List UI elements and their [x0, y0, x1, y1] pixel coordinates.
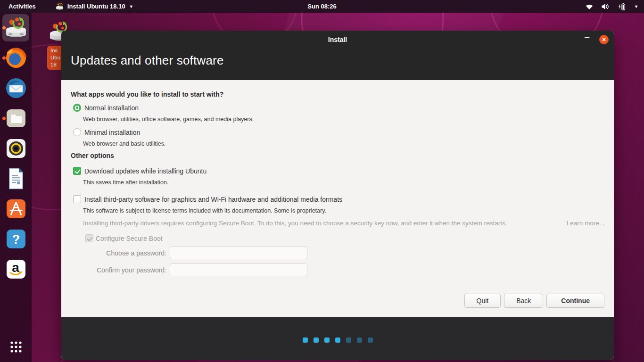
confirm-password-label: Confirm your password:	[71, 266, 170, 274]
action-buttons: Quit Back Continue	[71, 294, 604, 308]
installer-content: What apps would you like to install to s…	[61, 80, 614, 317]
secure-boot-note: Installing third-party drivers requires …	[83, 220, 507, 227]
svg-text:?: ?	[12, 232, 20, 247]
dock-item-thunderbird[interactable]	[0, 73, 32, 103]
minimal-installation-desc: Web browser and basic utilities.	[83, 140, 604, 147]
third-party-desc: This software is subject to license term…	[83, 207, 604, 214]
titlebar[interactable]: Install – ✕	[61, 31, 614, 49]
window-header: Install – ✕ Updates and other software	[61, 31, 614, 80]
normal-installation-radio[interactable]	[73, 104, 81, 112]
normal-installation-label: Normal installation	[84, 104, 139, 112]
learn-more-link[interactable]: Learn more...	[567, 220, 604, 227]
third-party-label: Install third-party software for graphic…	[84, 196, 342, 203]
volume-icon	[601, 3, 610, 10]
progress-dot	[357, 337, 362, 343]
show-applications-button[interactable]	[0, 332, 32, 362]
normal-installation-option[interactable]: Normal installation	[73, 104, 604, 112]
dock-item-ubuntu-software[interactable]	[0, 194, 32, 224]
installer-app-icon	[56, 2, 64, 10]
configure-secure-boot-label: Configure Secure Boot	[96, 235, 163, 242]
rhythmbox-icon	[5, 137, 27, 160]
top-bar: Activities Install Ubuntu 18.10 ▾ Sun 08…	[0, 0, 644, 13]
dock-item-files[interactable]	[0, 103, 32, 133]
progress-dots	[303, 337, 373, 343]
wifi-icon	[585, 3, 594, 10]
third-party-option[interactable]: Install third-party software for graphic…	[73, 195, 604, 203]
progress-dot	[335, 337, 340, 343]
normal-installation-desc: Web browser, utilities, office software,…	[83, 116, 604, 123]
confirm-password-input[interactable]	[170, 263, 307, 276]
app-menu-label: Install Ubuntu 18.10	[67, 3, 125, 10]
configure-secure-boot-option: Configure Secure Boot	[85, 234, 604, 242]
amazon-icon: a	[5, 258, 27, 280]
dock-item-help[interactable]: ?	[0, 224, 32, 254]
minimal-installation-option[interactable]: Minimal installation	[73, 128, 604, 136]
page-title: Updates and other software	[61, 49, 614, 68]
progress-dot	[314, 337, 319, 343]
battery-icon	[617, 3, 627, 10]
libreoffice-writer-icon	[5, 167, 27, 190]
chevron-down-icon: ▾	[635, 4, 637, 9]
close-button[interactable]: ✕	[599, 35, 609, 44]
help-icon: ?	[5, 228, 27, 250]
back-button[interactable]: Back	[504, 294, 543, 308]
progress-dot	[368, 337, 373, 343]
progress-dot	[346, 337, 351, 343]
choose-password-row: Choose a password:	[71, 247, 604, 259]
ubuntu-installer-icon	[5, 16, 27, 39]
dock-item-firefox[interactable]	[0, 43, 32, 73]
files-icon	[5, 107, 27, 130]
firefox-icon	[5, 47, 27, 69]
progress-dot	[303, 337, 308, 343]
continue-button[interactable]: Continue	[546, 294, 604, 308]
dock-item-ubuntu-installer[interactable]	[0, 13, 32, 43]
download-updates-checkbox[interactable]	[73, 167, 81, 175]
secure-boot-note-row: Installing third-party drivers requires …	[83, 220, 604, 227]
minimize-button[interactable]: –	[582, 32, 592, 42]
download-updates-option[interactable]: Download updates while installing Ubuntu	[73, 167, 604, 175]
window-footer	[61, 317, 614, 360]
third-party-checkbox[interactable]	[73, 195, 81, 203]
ubuntu-software-icon	[5, 197, 27, 220]
dock-spacer	[0, 284, 32, 332]
choose-password-label: Choose a password:	[71, 249, 170, 257]
app-menu[interactable]: Install Ubuntu 18.10 ▾	[56, 2, 132, 10]
apps-question-heading: What apps would you like to install to s…	[71, 90, 604, 98]
download-updates-desc: This saves time after installation.	[83, 179, 604, 186]
progress-dot	[324, 337, 330, 343]
configure-secure-boot-checkbox	[85, 234, 93, 242]
svg-text:a: a	[12, 260, 19, 275]
show-apps-grid-icon	[9, 340, 23, 354]
download-updates-label: Download updates while installing Ubuntu	[84, 167, 206, 175]
activities-button[interactable]: Activities	[7, 3, 38, 10]
choose-password-input[interactable]	[170, 247, 307, 259]
chevron-down-icon: ▾	[130, 4, 132, 9]
minimal-installation-radio[interactable]	[73, 128, 81, 136]
desktop: Activities Install Ubuntu 18.10 ▾ Sun 08…	[0, 0, 644, 362]
quit-button[interactable]: Quit	[464, 294, 501, 308]
dock-item-libreoffice-writer[interactable]	[0, 164, 32, 194]
window-title: Install	[328, 36, 347, 43]
installer-window: Install – ✕ Updates and other software W…	[61, 31, 614, 360]
dock-item-rhythmbox[interactable]	[0, 133, 32, 164]
other-options-heading: Other options	[71, 152, 604, 159]
dock-item-amazon[interactable]: a	[0, 254, 32, 284]
minimal-installation-label: Minimal installation	[84, 129, 140, 136]
thunderbird-icon	[5, 77, 27, 99]
system-status-area[interactable]: ▾	[585, 3, 637, 10]
confirm-password-row: Confirm your password:	[71, 263, 604, 276]
dock: ? a	[0, 13, 32, 362]
